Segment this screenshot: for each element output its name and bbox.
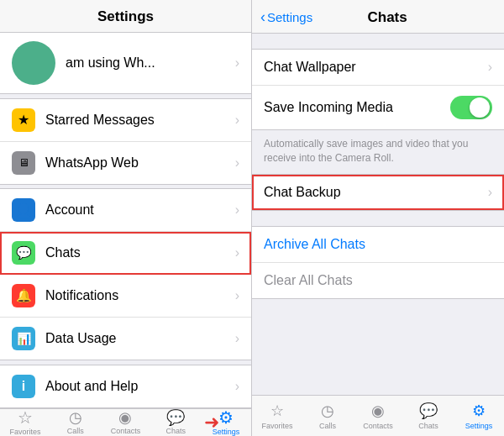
chat-backup-item[interactable]: Chat Backup ›	[252, 175, 504, 210]
chevron-icon: ›	[488, 185, 492, 200]
chats-label: Chats	[45, 245, 235, 260]
data-usage-label: Data Usage	[45, 331, 235, 346]
tab-calls[interactable]: ◷ Calls	[50, 409, 101, 436]
right-calls-label: Calls	[319, 422, 336, 430]
chat-wallpaper-label: Chat Wallpaper	[264, 60, 488, 75]
account-item[interactable]: 👤 Account ›	[0, 189, 251, 232]
left-panel: Settings am using Wh... › ★ Starred Mess…	[0, 0, 252, 436]
right-tab-settings[interactable]: ⚙ Settings	[454, 396, 504, 436]
save-media-item[interactable]: Save Incoming Media	[252, 86, 504, 129]
save-media-toggle[interactable]	[450, 96, 492, 119]
notifications-item[interactable]: 🔔 Notifications ›	[0, 275, 251, 318]
right-content: Chat Wallpaper › Save Incoming Media Aut…	[252, 34, 504, 395]
chevron-icon: ›	[235, 379, 239, 394]
right-contacts-label: Contacts	[363, 422, 393, 430]
chevron-icon: ›	[235, 113, 239, 128]
contacts-tab-label: Contacts	[111, 427, 141, 435]
right-calls-icon: ◷	[321, 402, 334, 420]
profile-chevron-icon: ›	[235, 55, 239, 71]
chat-backup-label: Chat Backup	[264, 185, 488, 200]
right-chats-label: Chats	[418, 422, 438, 430]
chevron-icon: ›	[235, 245, 239, 260]
account-icon: 👤	[12, 198, 35, 222]
clear-all-label: Clear All Chats	[264, 273, 492, 288]
chevron-icon: ›	[235, 155, 239, 171]
calls-tab-label: Calls	[67, 427, 84, 435]
chevron-icon: ›	[235, 202, 239, 218]
about-item[interactable]: i About and Help ›	[0, 365, 251, 407]
list-item[interactable]: ★ Starred Messages ›	[0, 99, 251, 142]
right-settings-label: Settings	[465, 422, 493, 430]
chats-tab-label: Chats	[166, 427, 186, 435]
right-title: Chats	[312, 9, 462, 26]
notifications-label: Notifications	[45, 288, 235, 303]
whatsapp-web-label: WhatsApp Web	[45, 155, 235, 171]
profile-row[interactable]: am using Wh... ›	[0, 33, 251, 94]
settings-group-2: 👤 Account › 💬 Chats › 🔔 Notifications › …	[0, 188, 251, 360]
chats-tab-icon: 💬	[166, 410, 185, 425]
right-tab-contacts[interactable]: ◉ Contacts	[353, 396, 403, 436]
left-header: Settings	[0, 0, 251, 33]
settings-group-3: i About and Help ›	[0, 365, 251, 408]
contacts-icon: ◉	[118, 410, 132, 425]
account-label: Account	[45, 202, 235, 218]
right-tab-bar: ☆ Favorites ◷ Calls ◉ Contacts 💬 Chats ⚙…	[252, 395, 504, 436]
settings-group-1: ★ Starred Messages › 🖥 WhatsApp Web ›	[0, 98, 251, 185]
back-chevron-icon: ‹	[260, 8, 265, 26]
archive-all-item[interactable]: Archive All Chats	[252, 227, 504, 263]
data-usage-item[interactable]: 📊 Data Usage ›	[0, 318, 251, 360]
archive-all-label: Archive All Chats	[264, 237, 492, 252]
chevron-icon: ›	[235, 331, 239, 346]
tab-chats[interactable]: 💬 Chats ➜	[150, 409, 201, 436]
about-label: About and Help	[45, 379, 235, 394]
chat-wallpaper-item[interactable]: Chat Wallpaper ›	[252, 50, 504, 86]
tab-favorites[interactable]: ☆ Favorites	[0, 409, 50, 436]
right-group-1: Chat Wallpaper › Save Incoming Media	[252, 49, 504, 130]
back-button[interactable]: ‹ Settings	[260, 8, 312, 26]
notifications-icon: 🔔	[12, 284, 35, 307]
right-tab-chats[interactable]: 💬 Chats	[403, 396, 454, 436]
tab-contacts[interactable]: ◉ Contacts	[101, 409, 151, 436]
right-group-3: Archive All Chats Clear All Chats	[252, 226, 504, 299]
data-usage-icon: 📊	[12, 327, 35, 350]
starred-icon: ★	[12, 108, 35, 132]
list-item[interactable]: 🖥 WhatsApp Web ›	[0, 142, 251, 184]
right-favorites-icon: ☆	[270, 402, 284, 420]
right-header: ‹ Settings Chats	[252, 0, 504, 34]
favorites-tab-label: Favorites	[9, 428, 40, 436]
save-media-description: Automatically save images and video that…	[252, 130, 504, 174]
right-tab-calls[interactable]: ◷ Calls	[302, 396, 353, 436]
chats-item[interactable]: 💬 Chats ›	[0, 232, 251, 275]
chevron-icon: ›	[488, 60, 492, 75]
right-settings-tab-icon: ⚙	[472, 402, 486, 420]
avatar	[12, 41, 55, 85]
right-chats-tab-icon: 💬	[419, 402, 438, 420]
chevron-icon: ›	[235, 288, 239, 303]
favorites-icon: ☆	[18, 409, 33, 426]
save-media-label: Save Incoming Media	[264, 100, 450, 115]
whatsapp-web-icon: 🖥	[12, 151, 35, 175]
right-group-2: Chat Backup ›	[252, 174, 504, 211]
right-contacts-icon: ◉	[371, 402, 385, 420]
right-favorites-label: Favorites	[261, 422, 292, 430]
left-tab-bar: ☆ Favorites ◷ Calls ◉ Contacts 💬 Chats ➜…	[0, 408, 251, 436]
chats-icon: 💬	[12, 241, 35, 265]
back-label: Settings	[267, 10, 312, 24]
arrow-icon: ➜	[204, 412, 219, 433]
about-icon: i	[12, 375, 35, 398]
right-panel: ‹ Settings Chats Chat Wallpaper › Save I…	[252, 0, 504, 436]
calls-icon: ◷	[69, 410, 82, 425]
left-title: Settings	[97, 8, 154, 24]
right-tab-favorites[interactable]: ☆ Favorites	[252, 396, 302, 436]
starred-label: Starred Messages	[45, 113, 235, 128]
profile-status: am using Wh...	[66, 55, 235, 71]
settings-tab-icon: ⚙	[218, 409, 234, 426]
clear-all-item[interactable]: Clear All Chats	[252, 263, 504, 298]
